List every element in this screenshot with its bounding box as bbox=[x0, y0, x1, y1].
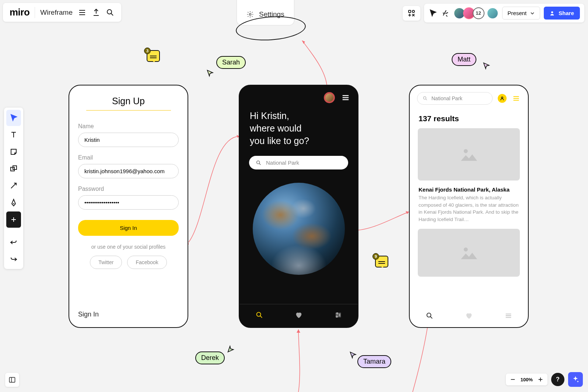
cursor-tamara: Tamara bbox=[357, 355, 391, 368]
export-icon[interactable] bbox=[92, 8, 101, 17]
tool-sticky[interactable] bbox=[6, 144, 21, 160]
board-name[interactable]: Wireframe bbox=[40, 8, 73, 17]
top-left-panel: miro Wireframe bbox=[3, 3, 121, 22]
svg-point-12 bbox=[423, 97, 426, 99]
collab-bar: 12 Present Share bbox=[424, 4, 584, 22]
share-label: Share bbox=[559, 10, 574, 16]
avatar-more[interactable]: 12 bbox=[473, 7, 484, 19]
cursor-icon[interactable] bbox=[428, 9, 437, 18]
bottom-right-controls: 100% ? bbox=[506, 372, 583, 387]
search-placeholder: National Park bbox=[266, 160, 299, 166]
frames-panel-toggle[interactable] bbox=[5, 373, 19, 387]
password-input[interactable] bbox=[78, 195, 179, 210]
apps-button[interactable] bbox=[403, 6, 420, 21]
mockup-search[interactable]: Hi Kristin, where would you like to go? … bbox=[239, 85, 358, 328]
tool-add[interactable] bbox=[6, 211, 21, 228]
email-input[interactable] bbox=[78, 164, 179, 178]
globe-image bbox=[253, 183, 345, 275]
svg-point-15 bbox=[463, 248, 468, 252]
svg-point-2 bbox=[412, 10, 414, 13]
search-icon bbox=[256, 160, 262, 166]
tool-arrow[interactable] bbox=[6, 178, 21, 194]
avatar[interactable] bbox=[487, 7, 498, 19]
comment-pin[interactable]: 9 bbox=[375, 256, 388, 267]
twitter-button[interactable]: Twitter bbox=[90, 256, 122, 269]
result-title: Kenai Fjords National Park, Alaska bbox=[410, 181, 528, 194]
hamburger-icon[interactable] bbox=[512, 95, 521, 102]
nav-filter[interactable] bbox=[334, 311, 342, 321]
connector-line bbox=[409, 328, 431, 392]
cursor-arrow-icon bbox=[349, 351, 357, 359]
bottom-nav bbox=[239, 304, 358, 327]
avatar-stack[interactable]: 12 bbox=[454, 7, 498, 19]
help-button[interactable]: ? bbox=[551, 373, 564, 386]
present-button[interactable]: Present bbox=[502, 7, 540, 20]
svg-point-16 bbox=[427, 313, 431, 317]
tool-select[interactable] bbox=[6, 110, 21, 126]
svg-rect-1 bbox=[409, 10, 411, 13]
mockup-results[interactable]: National Park 137 results Kenai Fjords N… bbox=[409, 85, 529, 328]
hamburger-icon[interactable] bbox=[78, 8, 87, 17]
svg-rect-17 bbox=[10, 377, 15, 382]
user-plus-icon bbox=[550, 10, 556, 16]
share-button[interactable]: Share bbox=[544, 7, 580, 20]
reactions-icon[interactable] bbox=[441, 9, 450, 18]
svg-point-8 bbox=[256, 312, 260, 316]
chevron-down-icon bbox=[530, 11, 535, 15]
comment-pin[interactable]: 3 bbox=[147, 50, 160, 62]
svg-point-10 bbox=[339, 314, 340, 316]
nav-filter[interactable] bbox=[504, 312, 512, 321]
tool-undo[interactable] bbox=[6, 234, 21, 250]
mockup-signup[interactable]: Sign Up Name Email Password Sign In or u… bbox=[69, 85, 188, 328]
tool-redo[interactable] bbox=[6, 251, 21, 267]
search-input[interactable]: National Park bbox=[249, 156, 348, 169]
zoom-in-icon[interactable] bbox=[537, 376, 544, 383]
email-label: Email bbox=[78, 154, 179, 161]
cursor-arrow-icon bbox=[206, 69, 214, 77]
search-field[interactable]: National Park bbox=[417, 92, 493, 105]
cursor-arrow-icon bbox=[483, 62, 491, 70]
tool-pen[interactable] bbox=[6, 195, 21, 211]
greeting-text: Hi Kristin, where would you like to go? bbox=[239, 110, 358, 147]
divider bbox=[35, 7, 35, 18]
panel-icon bbox=[8, 376, 16, 384]
name-input[interactable] bbox=[78, 133, 179, 147]
search-icon bbox=[423, 96, 428, 101]
cursor-sarah: Sarah bbox=[216, 56, 246, 69]
signin-button[interactable]: Sign In bbox=[78, 220, 179, 236]
hamburger-icon[interactable] bbox=[341, 94, 350, 102]
comment-count: 9 bbox=[372, 253, 379, 260]
miro-logo[interactable]: miro bbox=[10, 7, 29, 18]
signin-link[interactable]: Sign In bbox=[78, 311, 99, 318]
cursor-arrow-icon bbox=[227, 345, 235, 353]
facebook-button[interactable]: Facebook bbox=[127, 256, 167, 269]
or-text: or use one of your social profiles bbox=[78, 244, 179, 250]
tool-text[interactable] bbox=[6, 127, 21, 143]
left-toolbar bbox=[4, 108, 23, 269]
tool-shape[interactable] bbox=[6, 161, 21, 177]
nav-search[interactable] bbox=[255, 311, 263, 321]
nav-favorites[interactable] bbox=[295, 311, 303, 321]
settings-tab[interactable]: Settings bbox=[237, 0, 294, 25]
sparkle-icon bbox=[571, 375, 580, 384]
connector-line bbox=[354, 206, 413, 236]
nav-favorites[interactable] bbox=[465, 312, 473, 321]
svg-point-11 bbox=[336, 316, 337, 318]
nav-search[interactable] bbox=[426, 312, 434, 321]
bottom-nav bbox=[410, 306, 528, 327]
gear-icon bbox=[246, 11, 254, 18]
search-icon[interactable] bbox=[106, 8, 115, 17]
result-image-placeholder bbox=[418, 229, 520, 277]
search-value: National Park bbox=[431, 95, 462, 101]
svg-point-13 bbox=[501, 97, 503, 98]
settings-label: Settings bbox=[259, 10, 284, 18]
zoom-out-icon[interactable] bbox=[510, 376, 516, 383]
user-icon[interactable] bbox=[498, 94, 507, 103]
avatar[interactable] bbox=[324, 92, 335, 103]
password-label: Password bbox=[78, 186, 179, 192]
results-count: 137 results bbox=[410, 111, 528, 128]
zoom-level[interactable]: 100% bbox=[518, 377, 535, 382]
comment-count: 3 bbox=[144, 48, 151, 54]
ai-assist-button[interactable] bbox=[568, 372, 583, 387]
connector-line bbox=[184, 92, 243, 247]
